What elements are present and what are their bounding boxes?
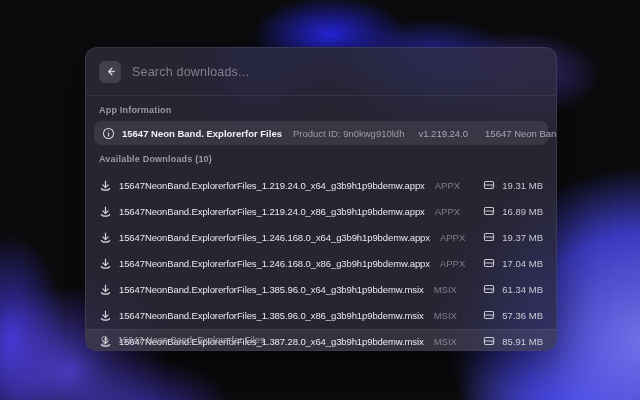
download-icon — [99, 205, 112, 218]
search-input[interactable]: Search downloads... — [132, 65, 543, 79]
download-type-badge: MSIX — [434, 310, 457, 321]
search-bar: Search downloads... — [86, 48, 556, 96]
download-filename: 15647NeonBand.ExplorerforFiles_1.385.96.… — [119, 284, 424, 295]
download-size: 61.34 MB — [502, 284, 543, 295]
download-filename: 15647NeonBand.ExplorerforFiles_1.219.24.… — [119, 206, 425, 217]
app-version: v1.219.24.0 — [418, 128, 468, 139]
app-publisher: 15647 Neon Band — [485, 128, 557, 139]
download-type-badge: MSIX — [434, 284, 457, 295]
download-icon — [99, 179, 112, 192]
download-row[interactable]: 15647NeonBand.ExplorerforFiles_1.246.168… — [86, 224, 556, 250]
disk-icon — [483, 231, 495, 243]
back-button[interactable] — [99, 61, 121, 83]
download-row[interactable]: 15647NeonBand.ExplorerforFiles_1.219.24.… — [86, 198, 556, 224]
disk-icon — [483, 179, 495, 191]
download-type-badge: APPX — [435, 206, 460, 217]
disk-icon — [483, 309, 495, 321]
available-downloads-label: Available Downloads (10) — [86, 145, 556, 170]
download-size: 57.36 MB — [502, 310, 543, 321]
download-icon — [99, 231, 112, 244]
downloads-window: Search downloads... App Information 1564… — [85, 47, 557, 351]
download-row[interactable]: 15647NeonBand.ExplorerforFiles_1.385.96.… — [86, 302, 556, 328]
download-filename: 15647NeonBand.ExplorerforFiles_1.246.168… — [119, 258, 430, 269]
app-info-row[interactable]: 15647 Neon Band. Explorerfor Files Produ… — [94, 121, 548, 145]
disk-icon — [483, 205, 495, 217]
product-id: Product ID: 9n0kwg910ldh — [293, 128, 404, 139]
download-size: 19.37 MB — [502, 232, 543, 243]
downloads-list: 15647NeonBand.ExplorerforFiles_1.219.24.… — [86, 170, 556, 351]
arrow-left-icon — [104, 65, 117, 78]
download-size: 17.04 MB — [502, 258, 543, 269]
app-information-label: App Information — [86, 96, 556, 121]
window-footer: 15647 Neon Band. Explorerfor Files — [86, 329, 556, 350]
download-row[interactable]: 15647NeonBand.ExplorerforFiles_1.219.24.… — [86, 172, 556, 198]
download-size: 19.31 MB — [502, 180, 543, 191]
download-row[interactable]: 15647NeonBand.ExplorerforFiles_1.385.96.… — [86, 276, 556, 302]
footer-app-name: 15647 Neon Band. Explorerfor Files — [118, 335, 264, 345]
download-icon — [99, 309, 112, 322]
download-filename: 15647NeonBand.ExplorerforFiles_1.385.96.… — [119, 310, 424, 321]
download-icon — [99, 283, 112, 296]
app-store-icon — [99, 335, 110, 346]
download-icon — [99, 257, 112, 270]
download-filename: 15647NeonBand.ExplorerforFiles_1.246.168… — [119, 232, 430, 243]
download-type-badge: APPX — [435, 180, 460, 191]
disk-icon — [483, 257, 495, 269]
download-filename: 15647NeonBand.ExplorerforFiles_1.219.24.… — [119, 180, 425, 191]
download-type-badge: APPX — [440, 232, 465, 243]
app-name: 15647 Neon Band. Explorerfor Files — [122, 128, 282, 139]
download-size: 16.89 MB — [502, 206, 543, 217]
download-row[interactable]: 15647NeonBand.ExplorerforFiles_1.246.168… — [86, 250, 556, 276]
info-icon — [102, 127, 115, 140]
disk-icon — [483, 283, 495, 295]
download-type-badge: APPX — [440, 258, 465, 269]
